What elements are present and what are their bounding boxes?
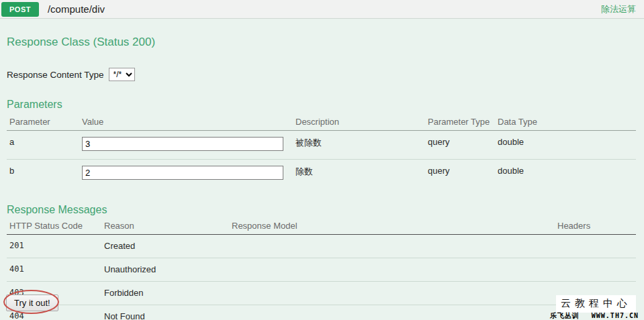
parameters-table: Parameter Value Description Parameter Ty…: [7, 112, 636, 188]
response-messages-header-row: HTTP Status Code Reason Response Model H…: [7, 216, 636, 235]
response-class-heading: Response Class (Status 200): [7, 36, 636, 49]
parameter-data-type: double: [495, 131, 636, 160]
col-value: Value: [79, 112, 293, 131]
operation-summary-link[interactable]: 除法运算: [601, 3, 636, 15]
parameter-data-type: double: [495, 160, 636, 189]
parameter-b-value-input[interactable]: [82, 166, 283, 180]
watermark-site-url: WWW.TH7.CN: [592, 311, 639, 320]
col-http-status-code: HTTP Status Code: [7, 216, 101, 235]
col-headers: Headers: [555, 216, 636, 235]
col-reason: Reason: [101, 216, 229, 235]
operation-body: Response Class (Status 200) Response Con…: [0, 36, 644, 320]
status-reason: Not Found: [101, 305, 229, 320]
parameter-name: b: [7, 160, 79, 189]
status-reason: Unauthorized: [101, 258, 229, 282]
parameters-heading: Parameters: [7, 99, 636, 111]
parameter-description: 被除数: [293, 131, 425, 160]
status-code: 401: [7, 258, 101, 282]
col-parameter: Parameter: [7, 112, 79, 131]
parameters-header-row: Parameter Value Description Parameter Ty…: [7, 112, 636, 131]
response-message-row: 401 Unauthorized: [7, 258, 636, 282]
parameter-row: b 除数 query double: [7, 160, 636, 189]
swagger-operation-panel: POST /compute/div 除法运算 Response Class (S…: [0, 0, 644, 320]
watermark-strip: 乐飞丛训 WWW.TH7.CN: [550, 311, 639, 320]
response-content-type-row: Response Content Type */*: [7, 68, 636, 81]
parameter-type: query: [425, 131, 495, 160]
col-parameter-type: Parameter Type: [425, 112, 495, 131]
response-message-row: 201 Created: [7, 235, 636, 258]
parameter-row: a 被除数 query double: [7, 131, 636, 160]
response-messages-table: HTTP Status Code Reason Response Model H…: [7, 216, 636, 320]
try-it-out-button[interactable]: Try it out!: [6, 295, 58, 311]
http-method-badge[interactable]: POST: [1, 2, 39, 17]
parameter-a-value-input[interactable]: [82, 137, 283, 151]
col-data-type: Data Type: [495, 112, 636, 131]
status-code: 201: [7, 235, 101, 258]
response-model-cell: [229, 235, 555, 258]
parameter-type: query: [425, 160, 495, 189]
response-message-row: 404 Not Found: [7, 305, 636, 320]
col-description: Description: [293, 112, 425, 131]
status-reason: Created: [101, 235, 229, 258]
response-content-type-label: Response Content Type: [7, 70, 104, 80]
parameter-name: a: [7, 131, 79, 160]
try-it-out-area: Try it out!: [0, 287, 81, 318]
response-model-cell: [229, 258, 555, 282]
status-reason: Forbidden: [101, 282, 229, 305]
headers-cell: [555, 235, 636, 258]
parameter-description: 除数: [293, 160, 425, 189]
operation-header: POST /compute/div 除法运算: [0, 0, 644, 19]
watermark-badge: 云教程中心: [556, 295, 636, 313]
endpoint-path[interactable]: /compute/div: [48, 3, 105, 15]
response-message-row: 403 Forbidden: [7, 282, 636, 305]
response-content-type-select[interactable]: */*: [109, 68, 135, 81]
watermark-site-logo: 乐飞丛训: [550, 311, 580, 320]
headers-cell: [555, 258, 636, 282]
response-model-cell: [229, 305, 555, 320]
response-model-cell: [229, 282, 555, 305]
col-response-model: Response Model: [229, 216, 555, 235]
response-messages-heading: Response Messages: [7, 204, 636, 216]
